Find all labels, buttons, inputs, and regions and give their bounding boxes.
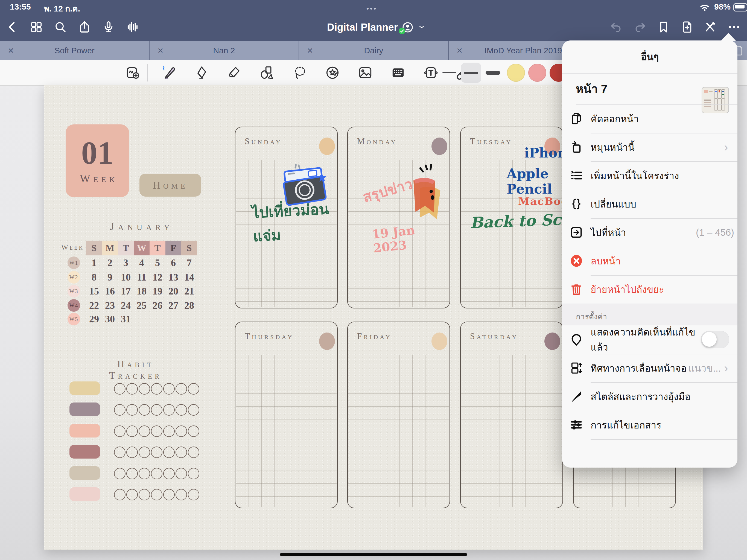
card-day-title: Sunday	[245, 136, 282, 146]
scroll-direction-icon	[562, 361, 591, 375]
habit-circle	[114, 383, 126, 394]
week-number: 01	[81, 137, 113, 169]
stroke-thin-option[interactable]	[441, 64, 458, 82]
setting-scroll-direction[interactable]: ทิศทางการเลื่อนหน้าจอ แนวข... ›	[562, 354, 738, 382]
setting-label: แสดงความคิดเห็นที่แก้ไขแล้ว	[591, 325, 701, 355]
undo-icon[interactable]	[607, 18, 626, 36]
habit-tracker-title: Habit Tracker	[92, 358, 179, 381]
text-tool-icon[interactable]	[420, 62, 441, 83]
habit-circle	[163, 447, 175, 458]
menu-item-go-to-page[interactable]: ไปที่หน้า (1 – 456)	[562, 218, 738, 247]
habit-circle	[138, 468, 150, 479]
menu-item-rotate-page[interactable]: หมุนหน้านี้ ›	[562, 133, 738, 161]
pen-tool-icon[interactable]: ᛒ	[159, 62, 179, 83]
home-indicator[interactable]	[280, 553, 467, 556]
eraser-tool-icon[interactable]	[191, 62, 212, 83]
search-icon[interactable]	[51, 18, 70, 36]
habit-circle	[138, 489, 150, 501]
pen-disable-icon[interactable]	[700, 18, 720, 36]
tab-soft-power[interactable]: ✕ Soft Power	[0, 41, 150, 60]
color-yellow[interactable]	[507, 64, 525, 82]
habit-pill	[70, 403, 100, 416]
calendar-day: 21	[181, 284, 197, 298]
menu-item-add-to-outline[interactable]: เพิ่มหน้านี้ในโครงร่าง	[562, 161, 738, 190]
habit-circle	[188, 468, 199, 479]
stroke-thick-option[interactable]	[485, 64, 501, 82]
lasso-tool-icon[interactable]	[289, 62, 310, 83]
color-pink[interactable]	[528, 64, 546, 82]
tab-dairy[interactable]: ✕ Dairy	[299, 41, 449, 60]
setting-stylus-palm-rejection[interactable]: สไตลัสและการวางอุ้งมือ	[562, 382, 738, 411]
habit-circle	[163, 489, 175, 501]
page-number-label: หน้า 7	[576, 80, 607, 98]
habit-circle	[114, 404, 126, 416]
status-bar: 13:55 พ. 12 ก.ค. ••• 98%	[0, 0, 747, 14]
card-accent-circle	[319, 137, 335, 155]
week-row-badge: W4	[68, 299, 80, 312]
resolved-comments-toggle[interactable]	[701, 331, 729, 348]
habit-circle	[114, 447, 126, 458]
menu-item-label: ลบหน้า	[591, 253, 738, 269]
habit-circle	[151, 447, 162, 458]
image-tool-icon[interactable]	[355, 62, 376, 83]
card-day-title: Thursday	[245, 331, 294, 341]
redo-icon[interactable]	[630, 18, 650, 36]
page-range: (1 – 456)	[696, 227, 734, 238]
trash-icon	[562, 282, 591, 297]
menu-item-delete-page[interactable]: ลบหน้า	[562, 247, 738, 275]
day-header: F	[165, 240, 181, 255]
multitask-dots[interactable]: •••	[366, 4, 377, 13]
calendar-day: 29	[86, 312, 102, 326]
zoom-window-icon[interactable]	[123, 62, 143, 83]
shapes-tool-icon[interactable]	[256, 62, 277, 83]
menu-item-label: เปลี่ยนแบบ	[591, 197, 738, 212]
delete-circle-icon	[562, 254, 591, 268]
thumbnails-icon[interactable]	[27, 18, 46, 36]
menu-item-change-template[interactable]: เปลี่ยนแบบ	[562, 190, 738, 218]
habit-pill	[70, 381, 100, 395]
habit-circle	[188, 447, 199, 458]
setting-label: การแก้ไขเอกสาร	[591, 417, 738, 433]
document-title-group[interactable]: Digital Planner	[327, 18, 426, 36]
audio-waveform-icon[interactable]	[123, 18, 142, 36]
calendar-day: 3	[118, 256, 134, 270]
settings-section-header: การตั้งค่า	[562, 304, 738, 325]
menu-item-copy-page[interactable]: คัดลอกหน้า	[562, 104, 738, 133]
handwriting-note: ไปเที่ยวม่อนแจ่ม	[251, 197, 338, 248]
sticker-tool-icon[interactable]	[322, 62, 343, 83]
share-icon[interactable]	[75, 18, 94, 36]
habit-circle	[151, 383, 162, 394]
habit-circle	[176, 447, 187, 458]
calendar-day: 19	[150, 284, 165, 298]
setting-document-editing[interactable]: การแก้ไขเอกสาร	[562, 411, 738, 439]
calendar-day: 24	[118, 298, 134, 312]
calendar-day: 5	[150, 256, 165, 270]
calendar-day: 31	[118, 312, 134, 326]
microphone-icon[interactable]	[99, 18, 118, 36]
calendar-day: 13	[165, 270, 181, 284]
habit-circle	[151, 468, 162, 479]
status-date: พ. 12 ก.ค.	[44, 2, 80, 15]
keyboard-tool-icon[interactable]	[388, 62, 409, 83]
bookmark-sticker	[405, 164, 446, 228]
habit-circle	[126, 489, 138, 501]
chevron-right-icon: ›	[724, 141, 728, 153]
habit-circle	[176, 489, 187, 501]
stroke-medium-option[interactable]	[461, 62, 481, 83]
menu-item-move-to-trash[interactable]: ย้ายหน้าไปถังขยะ	[562, 275, 738, 304]
wifi-icon	[699, 3, 711, 12]
back-icon[interactable]	[3, 18, 22, 36]
rotate-icon	[562, 140, 591, 154]
tab-label: Soft Power	[0, 46, 149, 55]
bookmark-icon[interactable]	[654, 18, 673, 36]
change-template-icon	[562, 197, 591, 211]
add-page-icon[interactable]	[677, 18, 697, 36]
habit-circle	[126, 426, 138, 437]
highlighter-tool-icon[interactable]	[224, 62, 244, 83]
tab-nan-2[interactable]: ✕ Nan 2	[150, 41, 299, 60]
home-button[interactable]: Home	[139, 174, 201, 197]
habit-circle	[176, 404, 187, 416]
calendar-week-label: Week	[56, 244, 89, 252]
card-day-title: Saturday	[470, 331, 518, 341]
habit-circle	[163, 404, 175, 416]
